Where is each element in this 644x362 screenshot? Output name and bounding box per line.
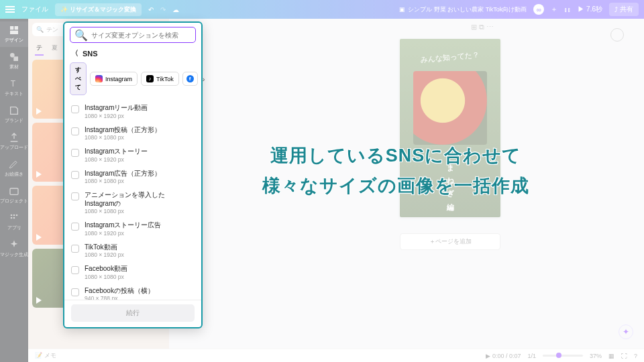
analytics-icon[interactable]: ⫾⫾	[564, 6, 571, 13]
zoom-slider[interactable]	[543, 355, 583, 357]
breadcrumb[interactable]: 〈 SNS	[64, 47, 201, 62]
add-page-button[interactable]: ＋ページを追加	[400, 233, 500, 250]
play-time[interactable]: ▶ 0:00 / 0:07	[486, 353, 521, 359]
continue-button[interactable]: 続行	[71, 304, 195, 322]
resize-search-input[interactable]	[91, 32, 191, 39]
left-nav-rail: デザイン 素材 Tテキスト ブランド アップロード お絵描き プロジェクト アプ…	[0, 19, 28, 362]
svg-rect-6	[10, 188, 18, 194]
chip-facebook[interactable]: f	[182, 72, 198, 86]
document-title[interactable]: ▣ シンプル 野菜 おいしい農家 TikTok向け動画	[399, 5, 527, 14]
tiktok-icon: ♪	[146, 75, 154, 82]
grid-view-icon[interactable]: ▦	[608, 353, 614, 359]
resize-search[interactable]: 🔍	[70, 27, 196, 43]
play-icon	[36, 234, 42, 241]
svg-point-7	[11, 215, 13, 217]
svg-point-8	[13, 215, 15, 217]
svg-point-11	[13, 217, 15, 219]
svg-rect-2	[10, 31, 18, 34]
refresh-icon[interactable]	[610, 28, 624, 42]
rail-design[interactable]: デザイン	[0, 21, 28, 47]
size-option[interactable]: TikTok動画1080 × 1920 px	[70, 240, 196, 262]
page-indicator[interactable]: 1/1	[527, 353, 536, 359]
chip-instagram[interactable]: Instagram	[90, 72, 138, 86]
svg-point-9	[16, 215, 18, 217]
undo-icon[interactable]: ↶	[148, 6, 154, 13]
rail-magic[interactable]: マジック生成	[0, 236, 28, 261]
play-icon	[36, 108, 42, 115]
memo-button[interactable]: 📝 メモ	[35, 351, 56, 360]
top-bar: ファイル ✨ リサイズ＆マジック変換 ↶ ↷ ☁ ▣ シンプル 野菜 おいしい農…	[0, 0, 644, 19]
facebook-icon: f	[186, 75, 194, 82]
checkbox[interactable]	[71, 192, 79, 200]
resize-popover: 🔍 〈 SNS すべて Instagram ♪TikTok f › Instag…	[63, 21, 203, 328]
rail-draw[interactable]: お絵描き	[0, 156, 28, 181]
rail-elements[interactable]: 素材	[0, 48, 28, 74]
add-icon[interactable]: ＋	[551, 5, 557, 14]
svg-point-10	[11, 217, 13, 219]
chip-all[interactable]: すべて	[70, 62, 87, 95]
menu-icon[interactable]	[5, 6, 15, 13]
page-image	[413, 71, 487, 145]
checkbox[interactable]	[71, 149, 79, 157]
present-icon[interactable]: ∞	[533, 4, 544, 15]
size-option[interactable]: Facebookの投稿（横）940 × 788 px	[70, 284, 196, 300]
instagram-icon	[95, 75, 103, 82]
bottom-bar: 📝 メモ ▶ 0:00 / 0:07 1/1 37% ▦ ⛶ ?	[28, 349, 644, 362]
zoom-value[interactable]: 37%	[590, 353, 602, 359]
svg-text:T: T	[11, 79, 16, 88]
play-icon: ▣	[399, 6, 405, 13]
popover-footer: 続行	[64, 300, 201, 327]
rail-projects[interactable]: プロジェクト	[0, 182, 28, 208]
chevron-left-icon[interactable]: 〈	[71, 48, 78, 58]
checkbox[interactable]	[71, 105, 79, 113]
magic-fab[interactable]: ✦	[619, 324, 633, 339]
annotation-caption: 運用しているSNSに合わせて 様々なサイズの画像を一括作成	[188, 141, 604, 200]
size-option[interactable]: Instagram投稿（正方形）1080 × 1080 px	[70, 123, 196, 145]
resize-menu-trigger[interactable]: ✨ リサイズ＆マジック変換	[55, 3, 142, 16]
checkbox[interactable]	[71, 266, 79, 274]
svg-rect-1	[15, 26, 18, 29]
rail-upload[interactable]: アップロード	[0, 129, 28, 154]
tab-b[interactable]: 夏	[50, 42, 59, 56]
help-icon[interactable]: ?	[634, 353, 637, 359]
file-menu[interactable]: ファイル	[21, 5, 48, 14]
play-icon	[36, 171, 42, 178]
play-icon	[36, 297, 42, 304]
size-option[interactable]: Instagramリール動画1080 × 1920 px	[70, 101, 196, 123]
search-icon: 🔍	[74, 29, 88, 42]
checkbox[interactable]	[71, 127, 79, 135]
play-preview[interactable]: ▶ 7.6秒	[578, 5, 602, 14]
checkbox[interactable]	[71, 288, 79, 296]
redo-icon[interactable]: ↷	[160, 6, 166, 13]
cloud-sync-icon: ☁	[172, 6, 179, 13]
checkbox[interactable]	[71, 245, 79, 253]
checkbox[interactable]	[71, 171, 79, 179]
size-option[interactable]: Instagramストーリー1080 × 1920 px	[70, 144, 196, 166]
size-option[interactable]: Facebook動画1080 × 1080 px	[70, 261, 196, 284]
svg-rect-0	[10, 26, 13, 29]
checkbox[interactable]	[71, 223, 79, 231]
rail-apps[interactable]: アプリ	[0, 209, 28, 235]
size-option[interactable]: Instagramストーリー広告1080 × 1920 px	[70, 218, 196, 240]
share-button[interactable]: ⤴ 共有	[609, 3, 639, 16]
page-tools[interactable]: ⊞ ⧉ ⋯	[471, 23, 494, 32]
page-headline: みんな知ってた？	[421, 50, 480, 65]
expand-icon[interactable]: ⛶	[621, 353, 627, 359]
chevron-right-icon[interactable]: ›	[201, 74, 207, 84]
rail-text[interactable]: Tテキスト	[0, 75, 28, 101]
size-option[interactable]: Instagram広告（正方形）1080 × 1080 px	[70, 166, 196, 188]
size-option[interactable]: アニメーションを導入したInstagramの1080 × 1080 px	[70, 188, 196, 218]
svg-rect-4	[13, 56, 18, 61]
size-list: Instagramリール動画1080 × 1920 px Instagram投稿…	[64, 101, 201, 300]
platform-chips: すべて Instagram ♪TikTok f ›	[64, 62, 201, 101]
tab-a[interactable]: テ	[35, 42, 44, 56]
chip-tiktok[interactable]: ♪TikTok	[141, 72, 179, 86]
rail-brand[interactable]: ブランド	[0, 102, 28, 127]
